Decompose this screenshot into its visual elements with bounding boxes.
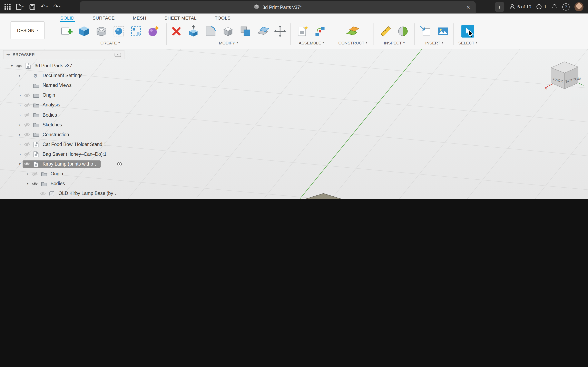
sweep-icon[interactable] [112,25,125,38]
tab-solid[interactable]: SOLID [60,16,75,22]
tree-row[interactable]: ▹Bag Saver (Honey–Can–Do):1 [3,150,124,159]
close-tab-icon[interactable]: ✕ [466,4,470,10]
app-grid-icon[interactable] [4,4,11,10]
tree-item[interactable]: Sketches [23,122,65,128]
move-icon[interactable] [274,25,286,38]
visibility-toggle-icon[interactable] [16,63,23,68]
visibility-toggle-icon[interactable] [24,93,31,98]
combine-icon[interactable] [239,25,252,38]
view-cube[interactable]: BACK BOTTOM X [544,54,584,94]
file-menu-icon[interactable]: ▾ [16,4,24,10]
tree-item[interactable]: OLD Kirby Lamp Base (by… [38,190,121,197]
tree-row[interactable]: ▾3d Print Parts v37 [3,61,124,71]
visibility-toggle-icon[interactable] [24,122,31,127]
tree-row[interactable]: ▹Analysis [3,100,124,110]
expand-icon[interactable]: ▹ [25,172,31,176]
tree-item[interactable]: Bodies [31,180,68,187]
pattern-icon[interactable] [130,25,143,38]
inspect-dropdown[interactable]: INSPECT▾ [376,41,412,45]
visibility-toggle-icon[interactable] [32,181,39,186]
construction-plane-icon[interactable] [346,25,360,38]
tree-row[interactable]: ▹Bodies [3,110,124,120]
create-sketch-icon[interactable] [60,25,73,38]
press-pull-icon[interactable] [187,25,200,38]
tree-row[interactable]: ▹Origin [3,169,124,179]
shell-icon[interactable] [222,25,234,38]
tree-row[interactable]: ▹Named Views [3,81,124,90]
select-dropdown[interactable]: SELECT▾ [456,41,479,45]
tree-row[interactable]: OLD Body2 for cutting in… [3,198,124,199]
expand-icon[interactable]: ▹ [17,133,23,136]
visibility-toggle-icon[interactable] [32,171,39,176]
assemble-dropdown[interactable]: ASSEMBLE▾ [293,41,329,45]
modify-dropdown[interactable]: MODIFY▾ [168,41,288,45]
tree-item[interactable]: Origin [23,92,58,99]
create-form-icon[interactable] [147,25,160,38]
workspace-switcher[interactable]: DESIGN ▾ [11,21,44,39]
extrude-icon[interactable] [78,25,90,38]
tree-item[interactable]: Kirby Lamp (prints witho… [23,160,100,168]
notifications-bell-icon[interactable] [552,4,558,10]
panel-handle[interactable] [114,53,121,57]
collapse-icon[interactable]: ▾ [9,64,15,68]
construct-dropdown[interactable]: CONSTRUCT▾ [334,41,372,45]
expand-icon[interactable]: ▹ [17,74,23,77]
tab-sheet-metal[interactable]: SHEET METAL [164,16,198,22]
viewport-canvas[interactable]: BACK BOTTOM X ◀◀ BROWSER ▾3d Print Parts… [0,49,588,199]
tree-row[interactable]: ▹Sketches [3,120,124,130]
document-tab[interactable]: 3d Print Parts v37* ✕ [80,1,476,14]
visibility-toggle-icon[interactable] [24,132,31,137]
tab-tools[interactable]: TOOLS [214,16,231,22]
tree-item[interactable]: Bag Saver (Honey–Can–Do):1 [23,150,109,158]
visibility-toggle-icon[interactable] [24,113,31,117]
expand-icon[interactable]: ▹ [17,103,23,107]
redo-button[interactable]: ↷ ▾ [53,4,61,10]
measure-icon[interactable] [379,25,392,38]
tree-row[interactable]: ▾Bodies [3,179,124,189]
revolve-icon[interactable] [95,25,108,38]
save-button[interactable] [29,4,35,9]
help-icon[interactable]: ? [562,3,570,10]
tab-surface[interactable]: SURFACE [92,16,116,22]
collapse-panel-icon[interactable]: ◀◀ [6,53,9,56]
new-component-icon[interactable] [296,25,309,38]
tree-item[interactable]: ⚙Document Settings [23,72,85,79]
create-dropdown[interactable]: CREATE▾ [56,41,164,45]
activate-component-radio[interactable] [117,161,122,168]
expand-icon[interactable]: ▹ [17,93,23,97]
tree-row[interactable]: ▹Origin [3,91,124,100]
expand-icon[interactable]: ▹ [17,83,23,87]
visibility-toggle-icon[interactable] [24,152,31,157]
tree-item[interactable]: Bodies [23,111,60,118]
collapse-icon[interactable]: ▾ [25,182,31,185]
expand-icon[interactable]: ▹ [17,152,23,156]
visibility-toggle-icon[interactable] [40,191,47,196]
expand-icon[interactable]: ▹ [17,142,23,146]
tree-row[interactable]: ▹Construction [3,130,124,140]
section-analysis-icon[interactable] [397,25,409,38]
offset-face-icon[interactable] [256,25,269,38]
undo-button[interactable]: ↶ ▾ [40,4,48,10]
tab-mesh[interactable]: MESH [132,16,147,22]
expand-icon[interactable]: ▹ [17,113,23,117]
joint-icon[interactable] [314,25,327,38]
collaboration-users[interactable]: 6 of 10 [509,4,531,10]
tree-item[interactable]: 3d Print Parts v37 [15,62,75,70]
tree-row[interactable]: OLD Kirby Lamp Base (by… [3,189,124,198]
tree-item[interactable]: Analysis [23,102,63,108]
expand-icon[interactable]: ▹ [17,123,23,127]
tree-row[interactable]: ▹Cat Food Bowl Holder Stand:1 [3,140,124,149]
visibility-toggle-icon[interactable] [24,142,31,147]
insert-dropdown[interactable]: INSERT▾ [417,41,452,45]
delete-icon[interactable] [170,25,182,37]
tree-item[interactable]: Construction [23,131,72,138]
canvas-image-icon[interactable] [437,25,449,38]
collapse-icon[interactable]: ▾ [17,162,23,166]
job-status-clock[interactable]: 1 [536,4,546,10]
tree-item[interactable]: Origin [31,170,66,177]
user-avatar[interactable] [575,2,584,11]
new-tab-button[interactable]: + [495,2,504,11]
browser-header[interactable]: ◀◀ BROWSER [3,50,124,59]
visibility-toggle-icon[interactable] [24,162,31,167]
tree-row[interactable]: ▹⚙Document Settings [3,71,124,81]
